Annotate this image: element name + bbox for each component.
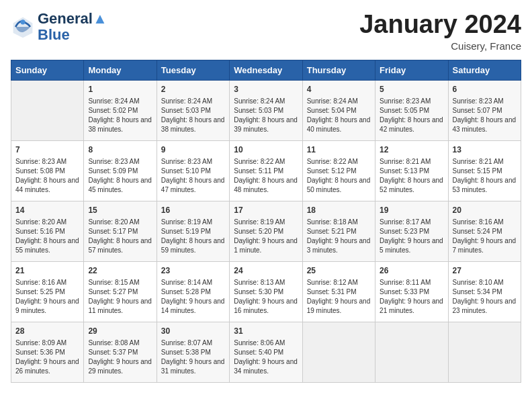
calendar-cell: 17Sunrise: 8:19 AMSunset: 5:20 PMDayligh… <box>230 201 302 261</box>
logo-text-block: General▲ Blue <box>38 11 107 43</box>
day-detail: Sunrise: 8:07 AMSunset: 5:38 PMDaylight:… <box>161 338 225 376</box>
day-detail: Sunrise: 8:13 AMSunset: 5:30 PMDaylight:… <box>234 278 298 316</box>
day-number: 4 <box>307 84 371 95</box>
day-detail: Sunrise: 8:24 AMSunset: 5:03 PMDaylight:… <box>161 97 225 134</box>
month-title: January 2024 <box>359 11 521 39</box>
calendar-cell: 1Sunrise: 8:24 AMSunset: 5:02 PMDaylight… <box>84 80 157 140</box>
calendar-cell <box>11 80 84 140</box>
calendar-cell: 12Sunrise: 8:21 AMSunset: 5:13 PMDayligh… <box>375 140 448 201</box>
logo-line2: Blue <box>38 27 107 43</box>
day-number: 3 <box>234 84 298 95</box>
calendar-cell <box>448 322 521 382</box>
calendar-week-3: 14Sunrise: 8:20 AMSunset: 5:16 PMDayligh… <box>11 201 521 261</box>
day-detail: Sunrise: 8:24 AMSunset: 5:02 PMDaylight:… <box>88 97 152 134</box>
day-detail: Sunrise: 8:23 AMSunset: 5:07 PMDaylight:… <box>453 97 517 134</box>
logo: General▲ Blue <box>11 11 107 43</box>
calendar-cell: 16Sunrise: 8:19 AMSunset: 5:19 PMDayligh… <box>157 201 229 261</box>
header-day-thursday: Thursday <box>302 60 375 80</box>
calendar-week-2: 7Sunrise: 8:23 AMSunset: 5:08 PMDaylight… <box>11 140 521 201</box>
day-number: 1 <box>88 84 152 95</box>
day-detail: Sunrise: 8:08 AMSunset: 5:37 PMDaylight:… <box>88 338 152 376</box>
day-number: 10 <box>234 144 298 156</box>
calendar-cell <box>375 322 448 382</box>
day-number: 28 <box>15 326 79 337</box>
calendar-cell: 18Sunrise: 8:18 AMSunset: 5:21 PMDayligh… <box>302 201 375 261</box>
day-detail: Sunrise: 8:16 AMSunset: 5:25 PMDaylight:… <box>15 278 79 316</box>
day-detail: Sunrise: 8:23 AMSunset: 5:08 PMDaylight:… <box>15 157 79 195</box>
calendar-cell: 30Sunrise: 8:07 AMSunset: 5:38 PMDayligh… <box>157 322 229 382</box>
calendar-cell: 8Sunrise: 8:23 AMSunset: 5:09 PMDaylight… <box>84 140 157 201</box>
day-number: 7 <box>15 144 79 156</box>
calendar-cell: 28Sunrise: 8:09 AMSunset: 5:36 PMDayligh… <box>11 322 84 382</box>
day-detail: Sunrise: 8:21 AMSunset: 5:13 PMDaylight:… <box>380 157 443 195</box>
calendar-body: 1Sunrise: 8:24 AMSunset: 5:02 PMDaylight… <box>11 80 521 382</box>
calendar-cell: 13Sunrise: 8:21 AMSunset: 5:15 PMDayligh… <box>448 140 521 201</box>
calendar-cell: 26Sunrise: 8:11 AMSunset: 5:33 PMDayligh… <box>375 261 448 322</box>
day-detail: Sunrise: 8:23 AMSunset: 5:10 PMDaylight:… <box>161 157 225 195</box>
calendar-cell: 11Sunrise: 8:22 AMSunset: 5:12 PMDayligh… <box>302 140 375 201</box>
day-number: 27 <box>453 265 517 277</box>
logo-line1: General▲ <box>38 11 107 27</box>
day-number: 25 <box>307 265 371 277</box>
day-detail: Sunrise: 8:10 AMSunset: 5:34 PMDaylight:… <box>453 278 517 316</box>
calendar-cell: 14Sunrise: 8:20 AMSunset: 5:16 PMDayligh… <box>11 201 84 261</box>
day-detail: Sunrise: 8:14 AMSunset: 5:28 PMDaylight:… <box>161 278 225 316</box>
calendar-cell: 31Sunrise: 8:06 AMSunset: 5:40 PMDayligh… <box>230 322 302 382</box>
calendar-cell: 7Sunrise: 8:23 AMSunset: 5:08 PMDaylight… <box>11 140 84 201</box>
svg-point-1 <box>20 19 25 24</box>
day-number: 11 <box>307 144 371 156</box>
day-detail: Sunrise: 8:15 AMSunset: 5:27 PMDaylight:… <box>88 278 152 316</box>
header-day-saturday: Saturday <box>448 60 521 80</box>
logo-icon <box>11 15 35 39</box>
calendar-cell: 21Sunrise: 8:16 AMSunset: 5:25 PMDayligh… <box>11 261 84 322</box>
header-day-wednesday: Wednesday <box>230 60 302 80</box>
header-day-monday: Monday <box>84 60 157 80</box>
day-number: 21 <box>15 265 79 277</box>
calendar-cell: 27Sunrise: 8:10 AMSunset: 5:34 PMDayligh… <box>448 261 521 322</box>
calendar-week-4: 21Sunrise: 8:16 AMSunset: 5:25 PMDayligh… <box>11 261 521 322</box>
calendar-week-1: 1Sunrise: 8:24 AMSunset: 5:02 PMDaylight… <box>11 80 521 140</box>
day-number: 20 <box>453 205 517 216</box>
calendar-cell <box>302 322 375 382</box>
day-detail: Sunrise: 8:19 AMSunset: 5:20 PMDaylight:… <box>234 218 298 255</box>
location: Cuisery, France <box>359 40 521 52</box>
calendar-cell: 20Sunrise: 8:16 AMSunset: 5:24 PMDayligh… <box>448 201 521 261</box>
calendar-cell: 24Sunrise: 8:13 AMSunset: 5:30 PMDayligh… <box>230 261 302 322</box>
day-number: 12 <box>380 144 443 156</box>
day-number: 9 <box>161 144 225 156</box>
calendar-cell: 10Sunrise: 8:22 AMSunset: 5:11 PMDayligh… <box>230 140 302 201</box>
calendar-table: SundayMondayTuesdayWednesdayThursdayFrid… <box>11 60 521 383</box>
day-detail: Sunrise: 8:23 AMSunset: 5:09 PMDaylight:… <box>88 157 152 195</box>
day-number: 15 <box>88 205 152 216</box>
day-detail: Sunrise: 8:23 AMSunset: 5:05 PMDaylight:… <box>380 97 443 134</box>
day-detail: Sunrise: 8:22 AMSunset: 5:11 PMDaylight:… <box>234 157 298 195</box>
day-number: 24 <box>234 265 298 277</box>
day-number: 26 <box>380 265 443 277</box>
day-detail: Sunrise: 8:20 AMSunset: 5:16 PMDaylight:… <box>15 218 79 255</box>
day-number: 13 <box>453 144 517 156</box>
day-number: 8 <box>88 144 152 156</box>
day-detail: Sunrise: 8:06 AMSunset: 5:40 PMDaylight:… <box>234 338 298 376</box>
day-number: 6 <box>453 84 517 95</box>
title-block: January 2024 Cuisery, France <box>359 11 521 52</box>
calendar-cell: 29Sunrise: 8:08 AMSunset: 5:37 PMDayligh… <box>84 322 157 382</box>
calendar-cell: 6Sunrise: 8:23 AMSunset: 5:07 PMDaylight… <box>448 80 521 140</box>
day-number: 29 <box>88 326 152 337</box>
day-detail: Sunrise: 8:24 AMSunset: 5:04 PMDaylight:… <box>307 97 371 134</box>
calendar-cell: 25Sunrise: 8:12 AMSunset: 5:31 PMDayligh… <box>302 261 375 322</box>
day-detail: Sunrise: 8:24 AMSunset: 5:03 PMDaylight:… <box>234 97 298 134</box>
calendar-week-5: 28Sunrise: 8:09 AMSunset: 5:36 PMDayligh… <box>11 322 521 382</box>
day-number: 22 <box>88 265 152 277</box>
day-number: 18 <box>307 205 371 216</box>
calendar-cell: 22Sunrise: 8:15 AMSunset: 5:27 PMDayligh… <box>84 261 157 322</box>
header-day-sunday: Sunday <box>11 60 84 80</box>
header-day-tuesday: Tuesday <box>157 60 229 80</box>
day-number: 16 <box>161 205 225 216</box>
calendar-cell: 15Sunrise: 8:20 AMSunset: 5:17 PMDayligh… <box>84 201 157 261</box>
day-detail: Sunrise: 8:20 AMSunset: 5:17 PMDaylight:… <box>88 218 152 255</box>
day-detail: Sunrise: 8:22 AMSunset: 5:12 PMDaylight:… <box>307 157 371 195</box>
day-detail: Sunrise: 8:21 AMSunset: 5:15 PMDaylight:… <box>453 157 517 195</box>
day-number: 14 <box>15 205 79 216</box>
day-number: 17 <box>234 205 298 216</box>
day-number: 30 <box>161 326 225 337</box>
